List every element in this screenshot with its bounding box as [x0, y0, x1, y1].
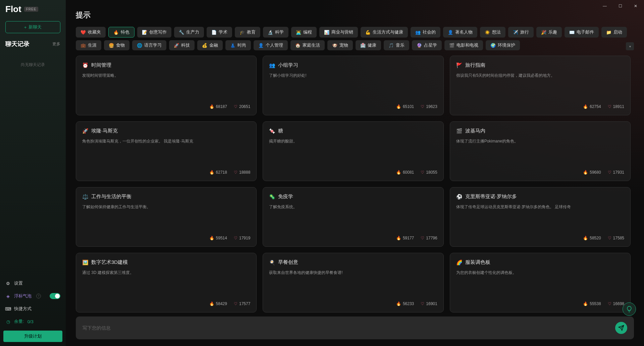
prompt-card-2[interactable]: 🚩旅行指南假设我只有5天的时间在纽约停留，建议我必看的地方。🔥62754♡189…: [450, 56, 631, 115]
tag-6[interactable]: 🔬科学: [263, 27, 288, 38]
tag-icon: 🔥: [113, 30, 119, 35]
tags-expand-button[interactable]: ▾: [626, 42, 634, 50]
maximize-button[interactable]: ☐: [613, 1, 627, 11]
history-more-link[interactable]: 更多: [52, 41, 60, 47]
card-stats: 🔥60081♡18055: [269, 170, 437, 175]
app-logo: Flot: [5, 4, 21, 14]
sidebar-item-settings[interactable]: ⚙ 设置: [0, 277, 66, 290]
tag-12[interactable]: ☀️想法: [480, 27, 505, 38]
hint-fab[interactable]: [623, 302, 636, 316]
message-input[interactable]: [83, 325, 611, 331]
card-icon: 🚩: [456, 62, 463, 68]
sidebar-item-quota[interactable]: ◷ 余量: 0/3: [0, 315, 66, 328]
prompt-card-7[interactable]: 🦠免疫学了解免疫系统。🔥59177♡17796: [263, 187, 443, 247]
tag-icon: 💼: [80, 43, 86, 48]
prompt-card-1[interactable]: 👥小组学习了解小组学习的好处!🔥65101♡19623: [263, 56, 443, 115]
heart-count: 19623: [426, 104, 437, 109]
stat-fire: 🔥68187: [209, 104, 227, 109]
prompt-card-10[interactable]: 🍳早餐创意获取来自世界各地的健康快捷的早餐食谱!🔥56233♡16901: [263, 253, 443, 312]
card-title-text: 数字艺术3D建模: [91, 259, 128, 266]
history-header: 聊天记录 更多: [0, 40, 66, 48]
tag-29[interactable]: 🎬电影和电视: [444, 40, 483, 50]
minimize-button[interactable]: —: [598, 1, 612, 11]
prompt-card-5[interactable]: 🎬波基马内体现了流行主播Pokimane的角色。🔥59680♡17931: [450, 121, 631, 181]
tag-4[interactable]: 📄学术: [207, 27, 232, 38]
tag-5[interactable]: 🎓教育: [235, 27, 260, 38]
stat-heart: ♡18911: [608, 104, 624, 109]
tag-icon: 🎵: [388, 43, 394, 48]
tag-28[interactable]: 🔮占星学: [412, 40, 442, 50]
tag-30[interactable]: 🌍环境保护: [486, 40, 520, 50]
heart-count: 18888: [239, 170, 250, 175]
tag-9[interactable]: 💪生活方式与健康: [361, 27, 408, 38]
tag-icon: 🐶: [332, 43, 337, 48]
bubble-label: 浮标气泡: [14, 293, 32, 299]
tag-3[interactable]: 🔧生产力: [174, 27, 204, 38]
fire-count: 55538: [590, 301, 601, 306]
heart-icon: ♡: [234, 104, 237, 109]
prompt-card-4[interactable]: 🍬糖揭开糖的酸甜。🔥60081♡18055: [263, 121, 443, 181]
tag-20[interactable]: 🚀科技: [169, 40, 195, 50]
help-icon[interactable]: ?: [36, 294, 41, 298]
close-button[interactable]: ✕: [629, 1, 643, 11]
tag-label: 家庭生活: [303, 42, 320, 48]
stat-heart: ♡19623: [421, 104, 437, 109]
tag-label: 健康: [368, 42, 376, 48]
tag-icon: ❤️: [80, 30, 86, 35]
tag-22[interactable]: 👗时尚: [225, 40, 251, 50]
stat-heart: ♡17585: [608, 236, 624, 240]
tag-13[interactable]: ✈️旅行: [508, 27, 534, 38]
card-stats: 🔥59514♡17919: [82, 236, 250, 240]
tag-icon: 👤: [258, 43, 264, 48]
tag-25[interactable]: 🐶宠物: [327, 40, 353, 50]
heart-count: 18055: [426, 170, 437, 175]
sidebar-item-shortcuts[interactable]: ⌨ 快捷方式: [0, 302, 66, 315]
tag-24[interactable]: 🏠家庭生活: [290, 40, 325, 50]
tag-26[interactable]: 🏥健康: [356, 40, 381, 50]
heart-icon: ♡: [608, 236, 611, 240]
tag-23[interactable]: 👤个人管理: [254, 40, 288, 50]
tag-21[interactable]: 💰金融: [197, 40, 223, 50]
tag-0[interactable]: ❤️收藏夹: [76, 27, 106, 38]
upgrade-button[interactable]: 升级计划: [3, 331, 62, 342]
prompt-card-6[interactable]: ⚖️工作与生活的平衡了解如何保持健康的工作与生活平衡。🔥59514♡17919: [76, 187, 257, 247]
fire-count: 59680: [590, 170, 601, 175]
main-panel: — ☐ ✕ 提示 ❤️收藏夹🔥特色📝创意写作🔧生产力📄学术🎓教育🔬科学👨‍💻编程…: [66, 0, 644, 346]
tag-15[interactable]: ✉️电子邮件: [565, 27, 599, 38]
card-stats: 🔥58429♡17577: [82, 301, 250, 306]
tag-7[interactable]: 👨‍💻编程: [291, 27, 317, 38]
tag-16[interactable]: 📁启动: [601, 27, 627, 38]
tag-14[interactable]: 🎉乐趣: [536, 27, 562, 38]
tag-11[interactable]: 👤著名人物: [443, 27, 477, 38]
card-icon: 🎬: [456, 128, 463, 134]
tag-10[interactable]: 👥社会的: [411, 27, 440, 38]
send-button[interactable]: [615, 322, 627, 334]
tag-icon: 📊: [324, 30, 329, 35]
tag-icon: 📁: [606, 30, 611, 35]
prompt-card-8[interactable]: ⚽克里斯蒂亚诺·罗纳尔多体现了传奇足球运动员克里斯蒂亚诺·罗纳尔多的角色。 足球…: [450, 187, 631, 247]
prompt-card-0[interactable]: ⏰时间管理发现时间管理策略。🔥68187♡20651: [76, 56, 257, 115]
tag-icon: ✉️: [569, 30, 575, 35]
sidebar-item-bubble[interactable]: ◈ 浮标气泡 ?: [0, 290, 66, 302]
tag-icon: 👨‍💻: [296, 30, 301, 35]
prompt-card-9[interactable]: 🖼️数字艺术3D建模通过 3D 建模探索第三维度。🔥58429♡17577: [76, 253, 257, 312]
tag-17[interactable]: 💼生涯: [76, 40, 101, 50]
tag-27[interactable]: 🎵音乐: [384, 40, 409, 50]
tag-label: 启动: [613, 29, 622, 35]
stat-fire: 🔥62754: [583, 104, 601, 109]
tag-2[interactable]: 📝创意写作: [137, 27, 171, 38]
tag-19[interactable]: 🌐语言学习: [132, 40, 166, 50]
prompt-card-3[interactable]: 🚀埃隆·马斯克角色扮演埃隆马斯克，一位开创性的企业家。 我是埃隆·马斯克🔥627…: [76, 121, 257, 181]
card-desc: 了解如何保持健康的工作与生活平衡。: [82, 204, 250, 232]
tag-18[interactable]: 🍔食物: [104, 40, 129, 50]
card-title-text: 旅行指南: [465, 62, 485, 68]
heart-count: 16901: [426, 301, 437, 306]
stat-heart: ♡17796: [421, 236, 437, 240]
new-chat-button[interactable]: + 新聊天: [5, 21, 60, 33]
prompt-card-11[interactable]: 🌈服装调色板为您的衣橱创建个性化的调色板。🔥55538♡16698: [450, 253, 631, 312]
tag-8[interactable]: 📊商业与营销: [319, 27, 358, 38]
tag-1[interactable]: 🔥特色: [108, 27, 135, 38]
message-input-bar: [76, 316, 634, 339]
bubble-toggle[interactable]: [50, 293, 60, 299]
card-title-text: 早餐创意: [278, 259, 298, 266]
